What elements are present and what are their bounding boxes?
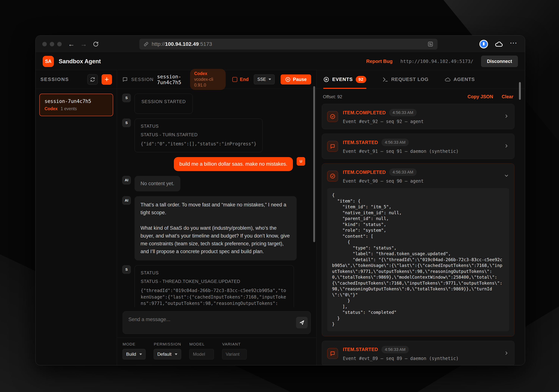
events-panel: EVENTS 92 REQUEST LOG AGENTS Offset: 92 … [317,70,525,365]
events-scrollbar[interactable] [519,82,521,100]
nav-buttons: ← → [68,41,99,47]
permission-select[interactable]: Default [154,349,181,359]
status-turn-started-box: STATUS STATUS - TURN.STARTED {"id":"0","… [135,119,262,152]
cloud-icon[interactable] [495,40,503,48]
event-time: 4:56:33 AM [389,169,417,176]
variant-input[interactable] [222,349,247,359]
copy-json-button[interactable]: Copy JSON [467,94,493,99]
pause-icon [285,77,291,82]
send-icon [299,320,305,326]
event-desc: Event #evt_91 — seq 91 — daemon (synthet… [343,149,499,154]
status-subtitle: STATUS - THREAD.TOKEN_USAGE.UPDATED [141,279,288,284]
clear-events-button[interactable]: Clear [502,94,513,99]
tab-request-log[interactable]: REQUEST LOG [382,70,429,89]
mode-select[interactable]: Build [123,349,146,359]
chevron-right-icon [504,143,509,149]
check-circle-icon [327,111,338,122]
server-url: http://100.94.102.49:5173/ [401,59,473,64]
url-bar[interactable]: http://100.94.102.49:5173 [139,39,438,50]
ai-avatar: AI [122,176,131,185]
system-avatar: S [122,119,131,127]
event-card[interactable]: ITEM.COMPLETED 4:56:33 AM Event #evt_92 … [322,104,514,129]
event-card[interactable]: ITEM.STARTED 4:56:33 AM Event #evt_89 — … [322,341,514,365]
user-avatar: U [297,157,305,166]
app-title: Sandbox Agent [59,58,101,65]
sessions-sidebar: SESSIONS + session-7un4c7h5 Codex1 event… [36,70,117,365]
send-button[interactable] [296,317,308,328]
chevron-down-icon [139,354,142,355]
end-session-toggle[interactable]: End [232,77,249,82]
session-agent-badge: Codex [45,106,57,111]
mode-control: MODE Build [123,342,146,365]
more-menu-icon[interactable]: ⋯ [510,43,518,45]
chevron-down-icon [269,79,271,80]
session-list-item[interactable]: session-7un4c7h5 Codex1 events [39,94,113,116]
refresh-sessions-button[interactable] [87,74,98,85]
browser-chrome: ← → http://100.94.102.49:5173 ⋯ [36,36,525,53]
permission-control: PERMISSION Default [154,342,181,365]
session-event-count: 1 events [61,106,77,111]
model-label: MODEL [189,342,214,346]
status-json: {"id":"0","items":[],"status":"inProgres… [141,141,256,147]
chevron-right-icon [504,114,509,119]
tab-events[interactable]: EVENTS 92 [323,70,366,89]
status-subtitle: STATUS - TURN.STARTED [141,132,256,137]
events-count-badge: 92 [356,76,366,83]
back-icon[interactable]: ← [68,41,75,47]
chat-scrollbar[interactable] [313,86,315,242]
end-checkbox-icon [232,77,237,82]
chat-bubble-icon [327,141,338,152]
new-session-button[interactable]: + [102,74,112,85]
end-label: End [240,77,249,82]
report-bug-link[interactable]: Report Bug [366,58,393,64]
browser-window: ← → http://100.94.102.49:5173 ⋯ SA Sandb… [35,35,525,365]
event-time: 4:56:33 AM [389,109,417,116]
status-json: {"threadId":"019c04ad-266b-72c3-83cc-c5e… [141,287,288,307]
session-toolbar: SESSION session-7un4c7h5 Codex vcodex-cl… [117,70,317,89]
event-time: 4:56:33 AM [382,346,409,353]
disconnect-button[interactable]: Disconnect [481,56,518,67]
minimize-window-button[interactable] [50,42,54,46]
status-message: S STATUS STATUS - TURN.STARTED {"id":"0"… [122,119,305,152]
model-input[interactable] [189,349,214,359]
offset-label: Offset: 92 [323,94,342,99]
variant-label: VARIANT [222,342,247,346]
agent-version-badge: Codex vcodex-cli 0.91.0 [190,69,226,90]
pause-button[interactable]: Pause [281,74,311,85]
reader-settings-icon[interactable] [428,41,433,47]
events-list[interactable]: Offset: 92 Copy JSON Clear ITEM.COMPLET [317,89,525,365]
system-avatar: S [122,94,131,102]
traffic-lights [42,42,62,46]
variant-control: VARIANT [222,342,247,365]
event-type: ITEM.COMPLETED [343,110,386,116]
chat-column: SESSION session-7un4c7h5 Codex vcodex-cl… [117,70,317,365]
composer [117,307,317,338]
chevron-down-icon [504,173,509,179]
user-message-bubble: build me a billion dollar saas. make no … [174,157,293,171]
zoom-window-button[interactable] [57,42,62,46]
status-message: S STATUS STATUS - THREAD.TOKEN_USAGE.UPD… [122,265,305,307]
events-toolbar: Offset: 92 Copy JSON Clear [323,94,513,99]
composer-box [123,311,311,334]
message-list[interactable]: S SESSION STARTED S STATUS STATUS - TURN… [117,89,317,307]
tab-agents[interactable]: AGENTS [445,70,475,89]
session-name: session-7un4c7h5 [45,98,108,104]
permission-label: PERMISSION [154,342,181,346]
event-card-expanded[interactable]: ITEM.COMPLETED 4:56:33 AM Event #evt_90 … [322,163,514,336]
event-time: 4:56:33 AM [382,139,409,146]
event-card[interactable]: ITEM.STARTED 4:56:33 AM Event #evt_91 — … [322,134,514,159]
transport-select[interactable]: SSE [254,74,275,84]
close-window-button[interactable] [42,42,47,46]
system-avatar: S [122,265,131,274]
ai-message-bubble: That’s a tall order. To move fast and “m… [135,196,297,260]
password-manager-icon[interactable] [479,40,488,48]
message-input[interactable] [123,312,311,334]
reload-icon[interactable] [93,41,99,47]
session-id: session-7un4c7h5 [157,74,186,85]
check-circle-icon [327,171,338,181]
forward-icon[interactable]: → [80,41,87,47]
ai-avatar: AI [122,196,131,205]
ai-message-bubble: No content yet. [135,176,180,191]
session-controls-bar: MODE Build PERMISSION Default MODEL V [117,338,317,365]
event-type: ITEM.STARTED [343,140,378,145]
